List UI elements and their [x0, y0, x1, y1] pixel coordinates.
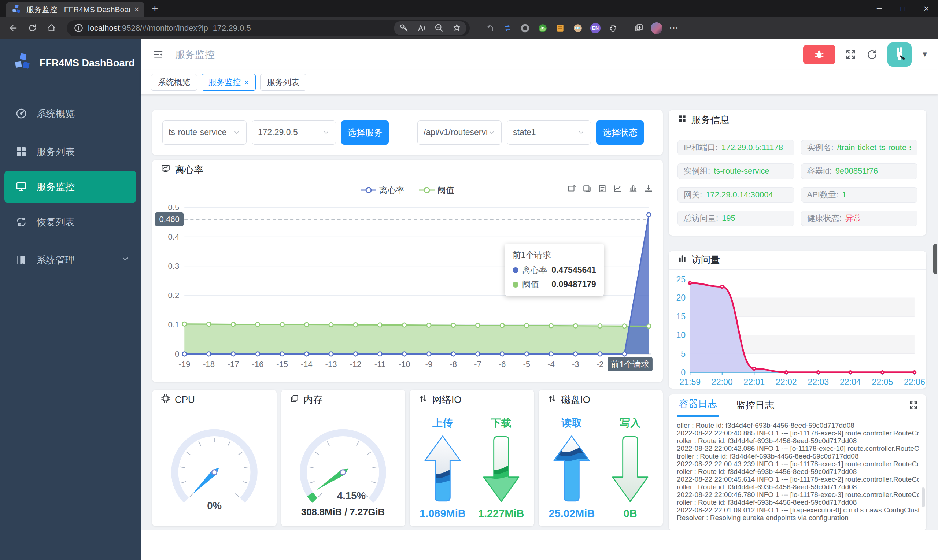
back-icon[interactable] — [5, 20, 21, 36]
site-info-icon[interactable] — [73, 23, 83, 33]
favorite-star-icon[interactable] — [448, 20, 465, 36]
tag-0[interactable]: 系统概览 — [151, 74, 197, 91]
avatar-caret-icon[interactable]: ▼ — [921, 50, 929, 58]
idm-extension-icon[interactable] — [535, 20, 550, 36]
svg-text:-4: -4 — [547, 359, 555, 368]
zoom-out-icon[interactable] — [431, 20, 447, 36]
sidebar-item-3[interactable]: 恢复列表 — [0, 203, 141, 241]
service-info-header: 服务信息 — [669, 110, 926, 131]
toolbox-line-chart-icon[interactable] — [613, 184, 622, 195]
logs-scrollbar-thumb[interactable] — [921, 488, 925, 507]
select-2[interactable]: /api/v1/routeservic — [417, 120, 502, 145]
svg-text:0.4: 0.4 — [168, 232, 180, 242]
toolbox-restore-icon[interactable] — [582, 184, 592, 195]
tag-2[interactable]: 服务列表 — [260, 74, 307, 91]
more-menu-icon[interactable]: ⋯ — [667, 20, 682, 36]
info-field-0: IP和端口:172.29.0.5:11178 — [678, 140, 794, 155]
select-3[interactable]: state1 — [507, 120, 591, 145]
network-io-card: 网络IO 上传 1.089MiB 下载 — [410, 390, 534, 526]
info-field-2: 实例组:ts-route-service — [678, 163, 794, 179]
bar-chart-icon — [678, 254, 687, 266]
toolbox-bar-chart-icon[interactable] — [628, 184, 638, 195]
legend-item[interactable]: 阈值 — [419, 185, 454, 196]
page-scrollbar-thumb[interactable] — [933, 244, 937, 274]
user-avatar[interactable] — [887, 43, 912, 67]
log-line: roller : Route id: f3d4d4ef-693b-4456-8e… — [677, 468, 919, 475]
svg-text:22:00: 22:00 — [712, 377, 733, 387]
tags-view: 系统概览服务监控×服务列表 — [141, 70, 938, 94]
log-line: 2022-08-22 22:01:09.012 INFO 1 --- [trap… — [677, 506, 919, 514]
network-io-body: 上传 1.089MiB 下载 — [410, 410, 534, 526]
browser-tab[interactable]: 服务监控 - FFR4MS DashBoard × — [6, 2, 144, 17]
disk-io-card: 磁盘IO 读取 25.02MiB 写入 — [539, 390, 663, 526]
persona-extension-icon[interactable] — [570, 20, 585, 36]
hamburger-icon[interactable] — [150, 46, 166, 63]
eccentricity-card-header: 离心率 — [152, 160, 663, 180]
loop-extension-icon[interactable] — [500, 20, 515, 36]
refresh-icon[interactable] — [24, 20, 40, 36]
page-refresh-icon[interactable] — [866, 49, 878, 60]
tab-close-icon[interactable]: × — [134, 5, 139, 15]
io-disk-down-column: 写入 0B — [608, 416, 653, 523]
tab-container-logs[interactable]: 容器日志 — [678, 397, 719, 417]
toolbox-area-zoom-icon[interactable] — [567, 184, 576, 195]
read-aloud-icon[interactable] — [413, 20, 430, 36]
logs-body[interactable]: oller : Route id: f3d4d4ef-693b-4456-8ee… — [669, 417, 926, 530]
tag-close-icon[interactable]: × — [244, 78, 249, 87]
toolbox-download-icon[interactable] — [644, 184, 653, 195]
translate-en-extension-icon[interactable]: EN — [588, 20, 603, 36]
visits-chart[interactable]: 051015202521:5922:0022:0122:0222:0322:04… — [669, 269, 926, 389]
sidebar-item-0[interactable]: 系统概览 — [0, 94, 141, 132]
memory-card: 内存 4.15%308.8MiB / 7.27GiB — [281, 390, 406, 526]
cpu-gauge: 0% — [152, 410, 277, 526]
tab-monitor-logs[interactable]: 监控日志 — [735, 399, 776, 417]
tooltip-title: 前1个请求 — [513, 249, 596, 261]
select-0[interactable]: ts-route-service — [162, 120, 246, 145]
ring-extension-icon[interactable] — [518, 20, 533, 36]
grid-icon — [15, 146, 27, 157]
svg-text:22:05: 22:05 — [872, 377, 893, 387]
undo-icon[interactable] — [482, 20, 497, 36]
fullscreen-icon[interactable] — [845, 49, 857, 60]
sidebar-item-label: 恢复列表 — [37, 216, 75, 229]
svg-text:0.1: 0.1 — [168, 320, 180, 329]
notes-extension-icon[interactable] — [553, 20, 568, 36]
logs-fullscreen-icon[interactable] — [909, 400, 918, 411]
choose-service-button[interactable]: 选择服务 — [341, 120, 389, 145]
cpu-card-header: CPU — [152, 390, 277, 410]
svg-text:-18: -18 — [203, 359, 215, 368]
bug-report-button[interactable] — [803, 45, 835, 64]
home-icon[interactable] — [43, 20, 59, 36]
tag-1[interactable]: 服务监控× — [202, 74, 256, 91]
collections-icon[interactable] — [631, 20, 647, 36]
new-tab-button[interactable]: + — [152, 3, 158, 15]
window-minimize-button[interactable]: ─ — [868, 0, 891, 17]
extensions-puzzle-icon[interactable] — [605, 20, 621, 36]
svg-text:22:04: 22:04 — [840, 377, 861, 387]
select-1[interactable]: 172.29.0.5 — [252, 120, 336, 145]
svg-text:-6: -6 — [499, 359, 506, 368]
profile-avatar[interactable] — [649, 20, 664, 36]
cpu-chip-icon — [161, 394, 170, 406]
app-logo: FFR4MS DashBoard — [0, 39, 141, 85]
app-navbar: 服务监控 ▼ — [141, 39, 938, 70]
sidebar-item-4[interactable]: 系统管理 — [0, 241, 141, 279]
sidebar-item-1[interactable]: 服务列表 — [0, 132, 141, 171]
svg-text:25: 25 — [676, 274, 686, 284]
legend-item[interactable]: 离心率 — [361, 185, 405, 196]
svg-text:-11: -11 — [374, 359, 385, 368]
password-key-icon[interactable] — [396, 20, 412, 36]
sidebar-item-2[interactable]: 服务监控 — [5, 171, 136, 203]
chart-legend: 离心率阈值 — [152, 180, 663, 200]
svg-text:-10: -10 — [399, 359, 410, 368]
window-close-button[interactable]: × — [915, 0, 938, 17]
svg-text:-9: -9 — [425, 359, 433, 368]
memory-icon — [290, 394, 299, 406]
toolbox-data-view-icon[interactable] — [598, 184, 607, 195]
eccentricity-chart[interactable]: 00.10.20.30.40.5-19-18-17-16-15-14-13-12… — [152, 200, 663, 382]
tooltip-row: 离心率 0.47545641 — [513, 265, 596, 276]
url-bar[interactable]: localhost:9528/#/monitor/index?ip=172.29… — [67, 20, 470, 36]
window-maximize-button[interactable]: □ — [891, 0, 915, 17]
choose-state-button[interactable]: 选择状态 — [596, 120, 644, 145]
svg-text:-12: -12 — [350, 359, 361, 368]
